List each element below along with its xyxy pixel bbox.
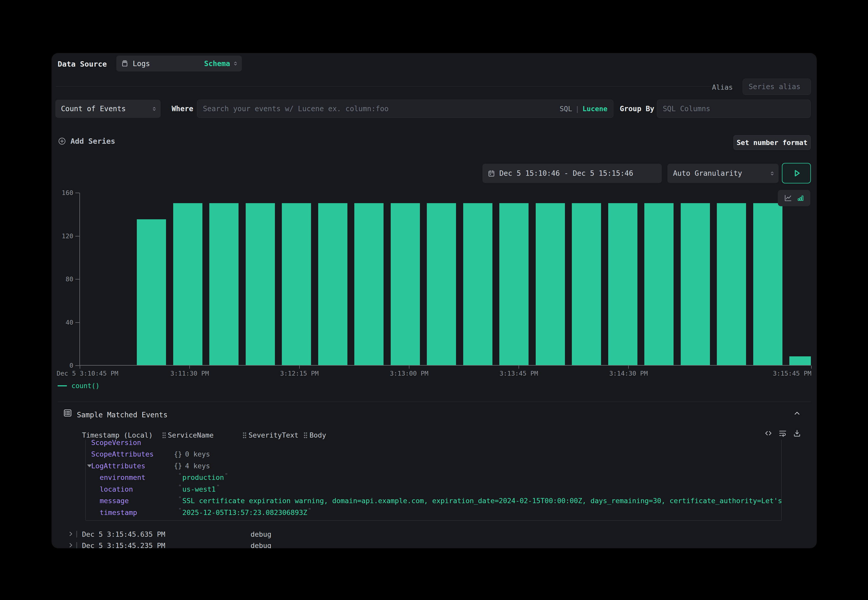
chart-bar[interactable] [789,356,811,365]
time-range-picker[interactable]: Dec 5 15:10:46 - Dec 5 15:15:46 [482,164,662,183]
chart-bar[interactable] [536,203,565,365]
granularity-select[interactable]: Auto Granularity [667,164,779,183]
chart-bar[interactable] [137,219,166,365]
chart-bar[interactable] [246,203,275,365]
chart-bar[interactable] [282,203,311,365]
lucene-option[interactable]: Lucene [582,105,607,113]
column-header-timestamp-local-[interactable]: Timestamp (Local) [82,431,153,439]
group-by-input[interactable] [657,100,810,118]
event-field-row[interactable]: ScopeVersion"" [86,439,782,448]
event-field-row[interactable]: timestamp"2025-12-05T13:57:23.082306893Z… [86,506,782,518]
y-tick-mark [75,236,79,236]
y-tick-label: 80 [52,275,73,283]
query-language-toggle[interactable]: SQL | Lucene [559,100,607,118]
y-tick-label: 120 [52,232,73,240]
keys-count: 0 keys [185,450,210,458]
field-value: {}4 keys [174,462,210,470]
code-icon[interactable] [764,429,773,438]
event-field-row[interactable]: environment"production" [86,472,782,483]
x-tick-mark [811,365,812,369]
x-tick-label: 3:12:15 PM [280,370,319,377]
event-field-row[interactable]: ScopeAttributes{}0 keys [86,448,782,460]
aggregation-value: Count of Events [61,105,126,113]
y-tick-label: 160 [52,189,73,197]
set-number-format-button[interactable]: Set number format [733,135,810,150]
bars-container [80,193,811,365]
wrap-text-icon[interactable] [778,429,787,438]
x-tick-mark [409,365,409,369]
column-drag-handle-icon[interactable] [242,432,247,439]
event-severity: debug [251,542,271,548]
chart-bar[interactable] [572,203,601,365]
field-value: "" [178,439,186,445]
list-icon [63,408,73,419]
schema-toggle[interactable]: Schema [204,59,230,68]
chart-bar[interactable] [753,203,782,365]
chart-bar[interactable] [644,203,674,365]
chart-bar[interactable] [173,203,202,365]
column-header-body[interactable]: Body [309,431,326,439]
event-row[interactable]: Dec 5 3:15:45.635 PMdebug [52,529,817,540]
run-query-button[interactable] [782,163,811,183]
chart-bar[interactable] [681,203,710,365]
chart-bar[interactable] [427,203,456,365]
x-tick-mark [518,365,519,369]
bar-chart-icon[interactable] [797,194,804,202]
chart-plot-area: 04080120160Dec 5 3:10:45 PM3:11:30 PM3:1… [79,193,811,365]
y-tick-mark [75,365,79,366]
event-row[interactable]: Dec 5 3:15:45.235 PMdebug [52,540,817,548]
field-key: ScopeAttributes [91,450,154,458]
column-drag-handle-icon[interactable] [162,432,166,439]
chevron-updown-icon [769,170,776,177]
search-input[interactable] [197,100,613,118]
chevron-right-icon[interactable] [67,542,74,548]
group-by-label: Group By [620,105,654,113]
add-series-button[interactable]: Add Series [58,135,115,147]
field-value: "SSL certificate expiration warning, dom… [178,497,782,505]
field-value: {}0 keys [174,450,210,458]
keys-count: 4 keys [185,462,210,470]
chart-explorer-panel: Data Source Logs Schema Alias Count of E… [52,53,817,548]
event-field-row[interactable]: message"SSL certificate expiration warni… [86,495,782,507]
chevron-updown-icon [151,106,158,112]
x-tick-label: Dec 5 3:10:45 PM [57,370,118,377]
chart-bar[interactable] [463,203,492,365]
event-field-row[interactable]: LogAttributes{}4 keys [86,460,782,472]
language-separator: | [575,105,579,113]
chart-bar[interactable] [209,203,238,365]
field-value-text: production [182,473,224,481]
alias-input[interactable] [743,79,810,94]
field-value: "2025-12-05T13:57:23.082306893Z" [178,509,311,517]
data-source-select[interactable]: Logs Schema [116,56,242,71]
expanded-event-details: ScopeVersion""ScopeAttributes{}0 keysLog… [85,439,782,521]
chart-bar[interactable] [391,203,420,365]
chart-bar[interactable] [499,203,529,365]
chart-bar[interactable] [608,203,638,365]
severity-indicator-bar [76,542,77,548]
field-key: LogAttributes [91,462,145,470]
group-by-input-box [657,100,810,118]
chart-bar[interactable] [717,203,746,365]
granularity-value: Auto Granularity [673,169,742,177]
event-field-row[interactable]: location"us-west1" [86,483,782,495]
column-header-severitytext[interactable]: SeverityText [248,431,298,439]
chevron-right-icon[interactable] [67,530,74,537]
line-chart-icon[interactable] [784,194,792,202]
legend-swatch [58,385,67,386]
sql-option[interactable]: SQL [559,105,572,113]
column-drag-handle-icon[interactable] [304,432,308,439]
x-tick-mark [299,365,300,369]
calendar-icon [488,170,495,177]
collapse-section-button[interactable] [793,409,801,418]
chart-bar[interactable] [354,203,383,365]
alias-input-box [743,79,811,95]
column-header-servicename[interactable]: ServiceName [168,431,214,439]
braces-icon: {} [174,450,182,458]
field-value-text: us-west1 [182,485,216,493]
aggregation-select[interactable]: Count of Events [55,100,161,118]
download-icon[interactable] [792,429,801,438]
search-input-box: SQL | Lucene [197,100,614,118]
alias-label: Alias [712,83,733,91]
chart-legend[interactable]: count() [58,382,100,390]
chart-bar[interactable] [318,203,347,365]
